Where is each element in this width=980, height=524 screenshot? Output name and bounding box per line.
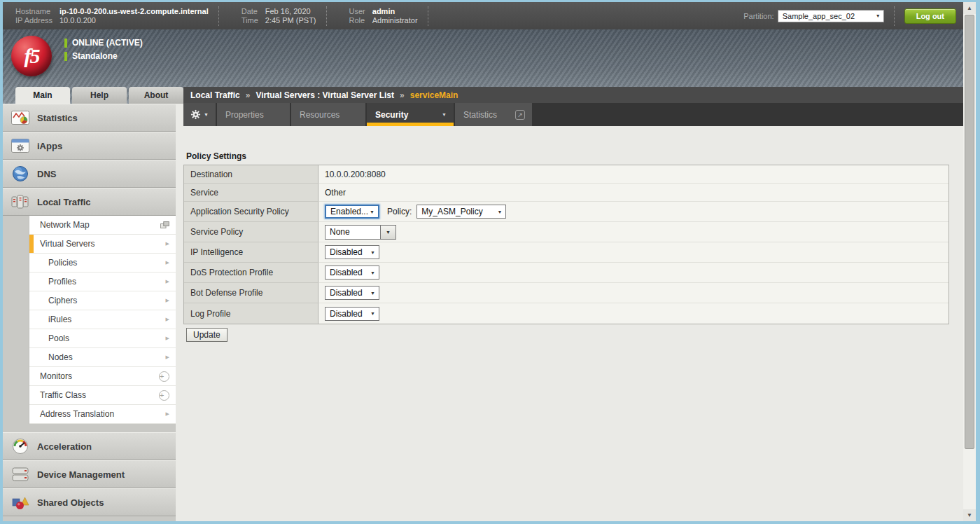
sidebar-item-monitors[interactable]: Monitors + (29, 367, 176, 386)
divider (894, 6, 895, 26)
section-title: Policy Settings (186, 151, 246, 161)
device-management-icon (10, 467, 29, 482)
submenu-arrow-icon: ▶ (166, 411, 169, 417)
submenu-arrow-icon: ▶ (166, 260, 169, 266)
datetime-info: Date Feb 16, 2020 Time 2:45 PM (PST) (241, 7, 316, 25)
sidebar-item-network-map[interactable]: Network Map (29, 216, 176, 235)
sidebar-item-ciphers[interactable]: Ciphers ▶ (29, 291, 176, 310)
ip-intelligence-select[interactable]: Disabled ▼ (325, 245, 379, 259)
submenu-arrow-icon: ▶ (166, 279, 169, 284)
sidebar-item-profiles[interactable]: Profiles ▶ (29, 273, 176, 291)
sidebar-item-address-translation[interactable]: Address Translation ▶ (29, 405, 176, 424)
sidebar-item-device-management[interactable]: Device Management (3, 460, 176, 488)
divider (218, 6, 219, 26)
scroll-up-arrow-icon: ▲ (967, 5, 972, 11)
chevron-down-icon: ▼ (204, 112, 209, 117)
sidebar-item-statistics[interactable]: Statistics (3, 104, 176, 132)
divider (326, 6, 327, 26)
status-standalone: Standalone (72, 51, 118, 61)
iapps-icon (10, 139, 29, 153)
chevron-down-icon: ▼ (370, 270, 375, 275)
acceleration-gauge-icon (10, 438, 29, 455)
local-traffic-servers-icon (10, 194, 29, 209)
breadcrumb-local-traffic: Local Traffic (190, 90, 240, 100)
chevron-down-icon: ▼ (370, 209, 374, 214)
row-label: Application Security Policy (184, 202, 318, 222)
scroll-down-button[interactable]: ▼ (963, 509, 976, 521)
bot-defense-profile-select[interactable]: Disabled ▼ (325, 286, 379, 300)
setting-row-service-policy: Service Policy None ▼ (184, 222, 948, 242)
content-tab-bar: ▼ Properties Resources Security ▼ Statis… (183, 103, 963, 126)
status-green-bar-icon (64, 39, 67, 48)
tab-about[interactable]: About (129, 87, 183, 104)
sidebar-item-nodes[interactable]: Nodes ▶ (29, 348, 176, 367)
setting-row-log-profile: Log Profile Disabled ▼ (184, 303, 948, 324)
device-status: ONLINE (ACTIVE) Standalone (64, 38, 143, 64)
tab-main[interactable]: Main (15, 87, 70, 104)
scrollbar-thumb[interactable] (965, 15, 974, 449)
chevron-down-icon: ▼ (370, 291, 375, 296)
setting-row-dos-protection-profile: DoS Protection Profile Disabled ▼ (184, 263, 948, 283)
statistics-icon (10, 111, 29, 125)
role-label: Role (349, 16, 365, 25)
tab-properties[interactable]: Properties (217, 103, 290, 126)
submenu-arrow-icon: ▶ (166, 336, 169, 341)
update-button[interactable]: Update (186, 328, 227, 342)
tab-statistics[interactable]: Statistics ↗ (455, 103, 532, 126)
local-traffic-submenu: Network Map Virtual Servers ▶ Policies ▶… (29, 216, 176, 424)
breadcrumb-current-servicemain: serviceMain (410, 90, 458, 100)
tab-security[interactable]: Security ▼ (367, 103, 454, 126)
breadcrumb-separator: » (400, 90, 405, 100)
log-profile-select[interactable]: Disabled ▼ (325, 307, 379, 321)
dns-globe-icon (10, 165, 29, 182)
service-policy-dropdown-button[interactable]: ▼ (380, 225, 396, 240)
app-security-policy-select[interactable]: Enabled... ▼ (325, 205, 379, 219)
dos-protection-profile-select[interactable]: Disabled ▼ (325, 266, 379, 280)
sidebar-item-local-traffic[interactable]: Local Traffic (3, 188, 176, 216)
sidebar-item-traffic-class[interactable]: Traffic Class + (29, 386, 176, 405)
sidebar-item-iapps[interactable]: iApps (3, 132, 176, 160)
host-info: Hostname ip-10-0-0-200.us-west-2.compute… (15, 7, 209, 25)
policy-settings-table: Destination 10.0.0.200:8080 Service Othe… (183, 165, 949, 324)
ip-address-label: IP Address (15, 16, 52, 25)
plus-circle-icon[interactable]: + (159, 390, 169, 401)
partition-label: Partition: (743, 12, 774, 20)
user-info: User admin Role Administrator (349, 7, 418, 25)
sidebar-item-pools[interactable]: Pools ▶ (29, 329, 176, 348)
sidebar-item-acceleration[interactable]: Acceleration (3, 432, 176, 460)
sidebar-item-shared-objects[interactable]: Shared Objects (3, 488, 176, 516)
sidebar-item-dns[interactable]: DNS (3, 160, 176, 188)
setting-row-ip-intelligence: IP Intelligence Disabled ▼ (184, 242, 948, 263)
logout-button[interactable]: Log out (904, 8, 956, 24)
service-policy-input[interactable]: None (325, 225, 381, 240)
tab-help[interactable]: Help (72, 87, 127, 104)
partition-select-value: Sample_app_sec_02 (783, 12, 855, 20)
hostname-value: ip-10-0-0-200.us-west-2.compute.internal (59, 7, 209, 15)
status-online: ONLINE (ACTIVE) (72, 38, 143, 48)
external-link-icon: ↗ (515, 110, 525, 120)
partition-select[interactable]: Sample_app_sec_02 ▼ (778, 10, 884, 22)
asm-policy-select[interactable]: My_ASM_Policy ▼ (416, 205, 506, 219)
time-label: Time (241, 16, 258, 25)
date-label: Date (241, 7, 258, 15)
chevron-down-icon: ▼ (370, 250, 375, 255)
row-label: IP Intelligence (184, 242, 318, 263)
sidebar-item-irules[interactable]: iRules ▶ (29, 310, 176, 329)
sidebar-item-virtual-servers[interactable]: Virtual Servers ▶ (29, 235, 176, 254)
cascade-windows-icon (160, 221, 169, 228)
tab-resources[interactable]: Resources (291, 103, 365, 126)
scroll-up-button[interactable]: ▲ (963, 2, 976, 14)
user-label: User (349, 7, 365, 15)
sidebar-item-policies[interactable]: Policies ▶ (29, 254, 176, 273)
submenu-arrow-icon: ▶ (166, 317, 169, 322)
vertical-scrollbar[interactable]: ▲ ▼ (963, 2, 976, 521)
f5-logo-icon: f5 (11, 36, 52, 76)
hostname-label: Hostname (15, 7, 52, 15)
date-value: Feb 16, 2020 (265, 7, 316, 15)
top-bar: Hostname ip-10-0-0-200.us-west-2.compute… (3, 2, 963, 29)
row-label: Service (184, 184, 318, 202)
settings-gear-menu[interactable]: ▼ (183, 103, 216, 126)
plus-circle-icon[interactable]: + (159, 371, 169, 382)
user-value: admin (372, 7, 418, 15)
submenu-arrow-icon: ▶ (166, 354, 169, 360)
